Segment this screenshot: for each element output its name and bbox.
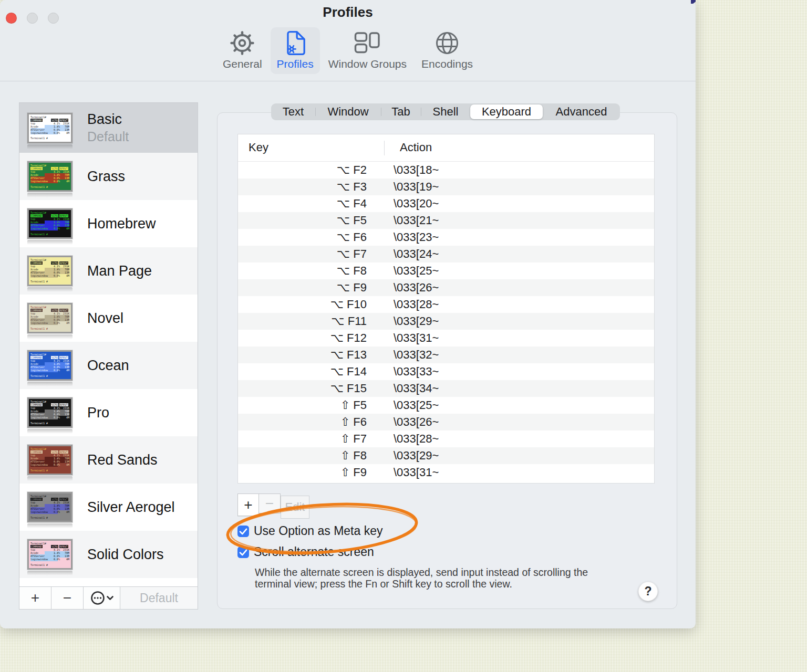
remove-profile-button[interactable]: −: [51, 587, 84, 609]
profile-list-item[interactable]: Terminal1# COMMAND%CPURPRVT top4.1%231K …: [19, 531, 198, 578]
table-row[interactable]: ⌥ F13 \033[32~: [238, 346, 654, 363]
edit-key-button[interactable]: Edit: [281, 496, 309, 519]
action-cell: \033[26~: [367, 415, 439, 429]
settings-tab-bar: Text Window Tab Shell Keyboard Advanced: [271, 103, 620, 120]
window-groups-icon: [354, 29, 380, 57]
profile-name: Solid Colors: [87, 547, 164, 563]
checkmark-icon: [237, 526, 249, 537]
profile-list-toolbar: + − Default: [19, 586, 198, 609]
profile-list-item[interactable]: Terminal1# COMMAND%CPURPRVT top4.1%231K …: [19, 200, 198, 247]
column-header-key[interactable]: Key: [249, 141, 268, 154]
action-cell: \033[31~: [367, 331, 439, 345]
tab-keyboard[interactable]: Keyboard: [470, 104, 543, 119]
scroll-alternate-screen-row: Scroll alternate screen: [237, 545, 374, 559]
profile-name: Man Page: [87, 263, 152, 279]
toolbar-item-general[interactable]: General: [216, 27, 268, 74]
help-button[interactable]: ?: [638, 582, 658, 601]
action-cell: \033[28~: [367, 432, 439, 446]
profile-list-item[interactable]: Terminal1# COMMAND%CPURPRVT top4.1%231K …: [19, 295, 198, 342]
tab-shell[interactable]: Shell: [421, 104, 470, 119]
profile-thumbnail: Terminal1# COMMAND%CPURPRVT top4.1%231K …: [27, 539, 73, 570]
profile-default-badge: Default: [87, 129, 129, 144]
profile-list: Terminal1# COMMAND%CPURPRVT top4.1%231K …: [19, 103, 198, 586]
table-row[interactable]: ⇧ F7 \033[28~: [238, 430, 654, 447]
profile-list-item[interactable]: Terminal1# COMMAND%CPURPRVT top4.1%231K …: [19, 247, 198, 295]
profile-name: Silver Aerogel: [87, 499, 175, 516]
set-default-button[interactable]: Default: [120, 587, 198, 609]
table-row[interactable]: ⌥ F15 \033[34~: [238, 380, 654, 397]
action-cell: \033[25~: [367, 264, 439, 278]
table-header: Key Action: [238, 134, 654, 162]
globe-icon: [435, 29, 459, 57]
add-key-button[interactable]: +: [237, 494, 259, 516]
add-profile-button[interactable]: +: [19, 587, 51, 609]
key-cell: ⇧ F8: [238, 449, 367, 463]
table-row[interactable]: ⌥ F5 \033[21~: [238, 212, 654, 229]
key-cell: ⇧ F6: [238, 415, 367, 429]
use-option-as-meta-checkbox[interactable]: [237, 526, 249, 537]
profile-list-item[interactable]: Terminal1# COMMAND%CPURPRVT top4.1%231K …: [19, 436, 198, 484]
profile-name: Basic: [87, 111, 129, 128]
checkmark-icon: [237, 547, 249, 558]
action-cell: \033[29~: [367, 449, 439, 463]
key-cell: ⌥ F11: [238, 314, 367, 328]
action-cell: \033[19~: [367, 180, 439, 194]
table-row[interactable]: ⇧ F6 \033[26~: [238, 414, 654, 430]
window-title: Profiles: [0, 4, 696, 20]
action-cell: \033[28~: [367, 298, 439, 311]
table-row[interactable]: ⇧ F9 \033[31~: [238, 464, 654, 481]
action-cell: \033[20~: [367, 197, 439, 211]
table-row[interactable]: ⌥ F6 \033[23~: [238, 229, 654, 246]
toolbar-label-encodings: Encodings: [421, 58, 473, 70]
profile-name: Homebrew: [87, 216, 156, 232]
table-row[interactable]: ⌥ F7 \033[24~: [238, 246, 654, 262]
profile-name: Grass: [87, 169, 125, 185]
profile-list-item[interactable]: Terminal1# COMMAND%CPURPRVT top4.1%231K …: [19, 389, 198, 436]
table-row[interactable]: ⌥ F14 \033[33~: [238, 363, 654, 380]
table-row[interactable]: ⌥ F2 \033[18~: [238, 162, 654, 178]
more-options-menu-icon: [90, 590, 114, 606]
table-row[interactable]: ⌥ F4 \033[20~: [238, 195, 654, 212]
action-cell: \033[29~: [367, 314, 439, 328]
profile-thumbnail: Terminal1# COMMAND%CPURPRVT top4.1%231K …: [27, 397, 73, 428]
profile-sidebar: Terminal1# COMMAND%CPURPRVT top4.1%231K …: [19, 102, 198, 610]
tab-window[interactable]: Window: [315, 104, 381, 119]
tab-text[interactable]: Text: [271, 104, 315, 119]
profile-list-item[interactable]: Terminal1# COMMAND%CPURPRVT top4.1%231K …: [19, 103, 198, 153]
table-row[interactable]: ⌥ F8 \033[25~: [238, 262, 654, 279]
profile-name: Red Sands: [87, 452, 158, 468]
table-row[interactable]: ⌥ F10 \033[28~: [238, 296, 654, 313]
key-cell: ⇧ F9: [238, 466, 367, 479]
key-cell: ⌥ F9: [238, 281, 367, 295]
profile-list-item[interactable]: Terminal1# COMMAND%CPURPRVT top4.1%231K …: [19, 342, 198, 389]
profile-thumbnail: Terminal1# COMMAND%CPURPRVT top4.1%231K …: [27, 161, 73, 192]
table-row[interactable]: ⇧ F8 \033[29~: [238, 447, 654, 464]
profile-thumbnail: Terminal1# COMMAND%CPURPRVT top4.1%231K …: [27, 492, 73, 522]
profile-list-item[interactable]: Terminal1# COMMAND%CPURPRVT top4.1%231K …: [19, 153, 198, 200]
key-cell: ⌥ F3: [238, 180, 367, 194]
column-header-action[interactable]: Action: [400, 141, 432, 154]
table-row[interactable]: ⌥ F11 \033[29~: [238, 313, 654, 330]
key-cell: ⇧ F5: [238, 398, 367, 412]
action-cell: \033[25~: [367, 398, 439, 412]
action-cell: \033[18~: [367, 163, 439, 177]
toolbar-item-profiles[interactable]: Profiles: [271, 27, 320, 74]
profile-list-item[interactable]: Terminal1# COMMAND%CPURPRVT top4.1%231K …: [19, 484, 198, 531]
tab-advanced[interactable]: Advanced: [543, 104, 620, 119]
remove-key-button[interactable]: −: [258, 494, 281, 513]
more-options-menu-button[interactable]: [84, 587, 120, 609]
profile-thumbnail: Terminal1# COMMAND%CPURPRVT top4.1%231K …: [27, 445, 73, 475]
toolbar-item-encodings[interactable]: Encodings: [415, 27, 479, 74]
table-row[interactable]: ⌥ F9 \033[26~: [238, 279, 654, 296]
table-row[interactable]: ⌥ F12 \033[31~: [238, 330, 654, 346]
preferences-window: Profiles General: [0, 0, 696, 628]
scroll-alternate-screen-label: Scroll alternate screen: [254, 545, 374, 559]
gear-icon: [230, 29, 254, 57]
table-row[interactable]: ⌥ F3 \033[19~: [238, 178, 654, 195]
tab-tab[interactable]: Tab: [381, 104, 421, 119]
key-cell: ⌥ F14: [238, 365, 367, 379]
scroll-alternate-screen-checkbox[interactable]: [237, 547, 249, 558]
toolbar-item-window-groups[interactable]: Window Groups: [322, 27, 413, 74]
toolbar-label-window-groups: Window Groups: [328, 58, 407, 70]
table-row[interactable]: ⇧ F5 \033[25~: [238, 397, 654, 414]
